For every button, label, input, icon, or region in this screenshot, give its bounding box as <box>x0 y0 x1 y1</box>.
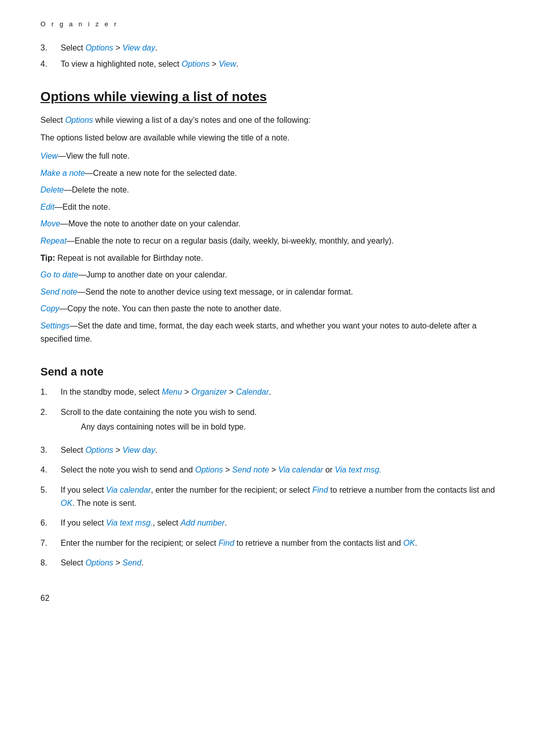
option-go-to-date: Go to date—Jump to another date on your … <box>40 268 506 281</box>
step-number: 2. <box>40 406 55 437</box>
list-content: To view a highlighted note, select Optio… <box>61 58 238 70</box>
step-content: If you select Via calendar, enter the nu… <box>61 484 506 509</box>
option-settings: Settings—Set the date and time, format, … <box>40 319 506 345</box>
options-intro2: The options listed below are available w… <box>40 131 506 145</box>
send-step-4: 4. Select the note you wish to send and … <box>40 463 506 477</box>
step-content: Scroll to the date containing the note y… <box>61 406 257 437</box>
step-number: 4. <box>40 463 55 477</box>
send-step-2: 2. Scroll to the date containing the not… <box>40 406 506 437</box>
find-link: Find <box>312 486 328 494</box>
via-text-msg-link: Via text msg. <box>335 465 381 474</box>
send-step-6: 6. If you select Via text msg., select A… <box>40 516 506 530</box>
option-send-note: Send note—Send the note to another devic… <box>40 286 506 299</box>
send-link: Send <box>122 558 141 567</box>
step-number: 8. <box>40 556 55 570</box>
step-content: Enter the number for the recipient; or s… <box>61 537 417 550</box>
page-number: 62 <box>40 594 506 603</box>
list-number: 3. <box>40 42 55 54</box>
step-sub: Any days containing notes will be in bol… <box>81 420 257 434</box>
option-view-link: View <box>40 152 58 160</box>
organizer-link: Organizer <box>191 388 226 396</box>
step-number: 1. <box>40 386 55 399</box>
option-settings-link: Settings <box>40 321 70 330</box>
tip-label: Tip: <box>40 254 55 262</box>
options-link: Options <box>181 60 209 68</box>
ok-link2: OK <box>403 539 415 547</box>
option-copy: Copy—Copy the note. You can then paste t… <box>40 302 506 315</box>
send-step-1: 1. In the standby mode, select Menu > Or… <box>40 386 506 399</box>
options-link: Options <box>85 43 113 52</box>
tip-line: Tip: Repeat is not available for Birthda… <box>40 252 506 265</box>
option-copy-link: Copy <box>40 304 59 313</box>
intro-list: 3. Select Options > View day. 4. To view… <box>40 42 506 70</box>
options-link2: Options <box>85 558 113 567</box>
page-header: O r g a n i z e r <box>40 20 506 28</box>
step-number: 7. <box>40 537 55 550</box>
options-link: Options <box>85 446 113 454</box>
step-content: Select Options > Send. <box>61 556 144 570</box>
menu-link: Menu <box>162 388 182 396</box>
list-item: 3. Select Options > View day. <box>40 42 506 54</box>
send-steps-list: 1. In the standby mode, select Menu > Or… <box>40 386 506 570</box>
send-step-7: 7. Enter the number for the recipient; o… <box>40 537 506 550</box>
send-section-title: Send a note <box>40 365 506 379</box>
send-step-8: 8. Select Options > Send. <box>40 556 506 570</box>
step-content: Select the note you wish to send and Opt… <box>61 463 381 477</box>
view-day-link: View day <box>122 446 155 454</box>
via-text-msg-link2: Via text msg. <box>106 518 153 527</box>
send-step-3: 3. Select Options > View day. <box>40 444 506 457</box>
add-number-link: Add number <box>180 518 224 527</box>
step-content: Select Options > View day. <box>61 444 157 457</box>
find-link2: Find <box>218 539 234 547</box>
send-section: Send a note 1. In the standby mode, sele… <box>40 365 506 570</box>
options-section: Options while viewing a list of notes Se… <box>40 88 506 345</box>
list-item: 4. To view a highlighted note, select Op… <box>40 58 506 70</box>
option-repeat-link: Repeat <box>40 237 67 245</box>
send-step-5: 5. If you select Via calendar, enter the… <box>40 484 506 509</box>
calendar-link: Calendar <box>236 388 269 396</box>
list-number: 4. <box>40 58 55 70</box>
options-link: Options <box>195 465 223 474</box>
option-send-note-link: Send note <box>40 288 77 296</box>
option-go-to-date-link: Go to date <box>40 270 78 279</box>
option-make-note: Make a note—Create a new note for the se… <box>40 167 506 180</box>
step-content: In the standby mode, select Menu > Organ… <box>61 386 271 399</box>
step-number: 5. <box>40 484 55 509</box>
via-calendar-link2: Via calendar <box>106 486 151 494</box>
view-link: View <box>219 60 236 68</box>
option-repeat: Repeat—Enable the note to recur on a reg… <box>40 234 506 248</box>
option-view: View—View the full note. <box>40 150 506 163</box>
option-edit-link: Edit <box>40 203 55 211</box>
via-calendar-link: Via calendar <box>279 465 324 474</box>
option-make-note-link: Make a note <box>40 169 85 177</box>
option-delete-link: Delete <box>40 185 64 194</box>
options-intro1: Select Options while viewing a list of a… <box>40 114 506 127</box>
options-section-title: Options while viewing a list of notes <box>40 88 506 106</box>
step-number: 3. <box>40 444 55 457</box>
view-day-link: View day <box>122 43 155 52</box>
option-move: Move—Move the note to another date on yo… <box>40 217 506 230</box>
send-note-link: Send note <box>232 465 269 474</box>
option-move-link: Move <box>40 219 60 228</box>
option-delete: Delete—Delete the note. <box>40 183 506 197</box>
ok-link: OK <box>61 499 72 507</box>
step-number: 6. <box>40 516 55 530</box>
options-link: Options <box>65 116 93 124</box>
option-edit: Edit—Edit the note. <box>40 201 506 214</box>
step-content: If you select Via text msg., select Add … <box>61 516 227 530</box>
list-content: Select Options > View day. <box>61 42 157 54</box>
